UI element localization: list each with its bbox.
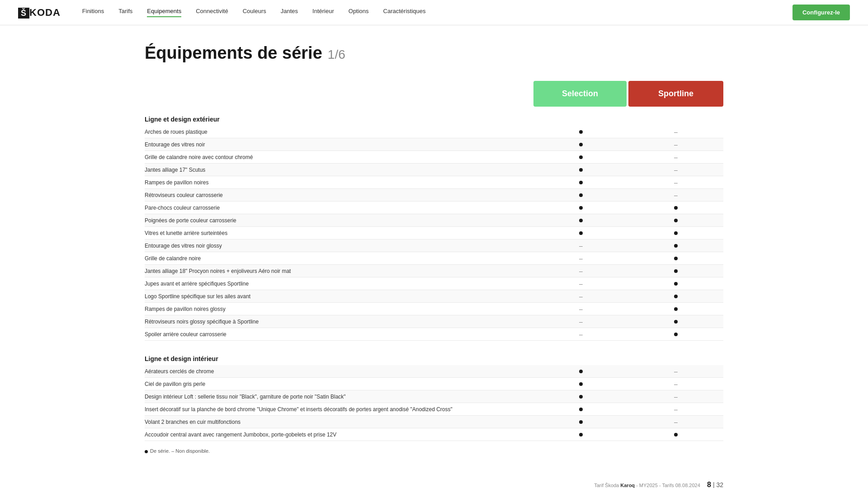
- dot-icon: [674, 244, 678, 248]
- sportline-cell: [628, 320, 723, 324]
- dot-icon: [579, 206, 583, 210]
- footer: Tarif Škoda Karoq - MY2025 - Tarifs 08.0…: [145, 481, 723, 488]
- table-row: Jantes alliage 18" Procyon noires + enjo…: [145, 265, 723, 277]
- equipment-table: Selection Sportline Ligne et design exté…: [145, 81, 723, 454]
- sportline-column-header: Sportline: [628, 81, 723, 107]
- sportline-cell: [628, 206, 723, 210]
- table-row: Grille de calandre noire avec contour ch…: [145, 151, 723, 164]
- dot-icon: [579, 193, 583, 197]
- sportline-cell: –: [628, 393, 723, 400]
- selection-cell: [533, 143, 628, 146]
- table-row: Ciel de pavillon gris perle –: [145, 378, 723, 390]
- dot-icon: [674, 433, 678, 436]
- sportline-cell: –: [628, 418, 723, 426]
- selection-cell: [533, 408, 628, 411]
- dot-icon: [674, 320, 678, 324]
- dot-icon: [674, 295, 678, 298]
- nav-options[interactable]: Options: [349, 8, 369, 17]
- sportline-cell: –: [628, 179, 723, 186]
- selection-cell: –: [533, 267, 628, 275]
- nav-tarifs[interactable]: Tarifs: [118, 8, 132, 17]
- sportline-cell: [628, 333, 723, 336]
- dot-icon: [579, 433, 583, 436]
- selection-column-header: Selection: [533, 81, 627, 107]
- table-row: Rétroviseurs couleur carrosserie –: [145, 189, 723, 202]
- selection-cell: –: [533, 280, 628, 287]
- table-row: Design intérieur Loft : sellerie tissu n…: [145, 390, 723, 403]
- dot-icon: [579, 370, 583, 373]
- sportline-cell: [628, 231, 723, 235]
- dot-icon: [674, 231, 678, 235]
- table-row: Jantes alliage 17" Scutus –: [145, 164, 723, 176]
- sportline-cell: –: [628, 406, 723, 413]
- selection-cell: –: [533, 305, 628, 313]
- table-row: Aérateurs cerclés de chrome –: [145, 365, 723, 378]
- selection-cell: [533, 231, 628, 235]
- legend-dot-icon: [145, 450, 148, 453]
- selection-cell: [533, 370, 628, 373]
- sportline-cell: –: [628, 192, 723, 199]
- table-row: Spoiler arrière couleur carrosserie –: [145, 328, 723, 341]
- table-row: Arches de roues plastique –: [145, 126, 723, 138]
- dot-icon: [674, 206, 678, 210]
- page-counter: 1/6: [328, 47, 345, 62]
- nav-caracteristiques[interactable]: Caractéristiques: [383, 8, 426, 17]
- dot-icon: [579, 155, 583, 159]
- selection-cell: –: [533, 293, 628, 300]
- dot-icon: [579, 395, 583, 399]
- table-row: Jupes avant et arrière spécifiques Sport…: [145, 277, 723, 290]
- dot-icon: [579, 231, 583, 235]
- configurez-button[interactable]: Configurez-le: [793, 5, 850, 20]
- sportline-cell: [628, 269, 723, 273]
- selection-cell: –: [533, 331, 628, 338]
- selection-cell: [533, 382, 628, 386]
- dot-icon: [579, 382, 583, 386]
- navigation: ŠKODA Finitions Tarifs Equipements Conne…: [0, 0, 868, 25]
- selection-cell: –: [533, 255, 628, 262]
- selection-cell: [533, 181, 628, 184]
- selection-cell: [533, 420, 628, 424]
- nav-links: Finitions Tarifs Equipements Connectivit…: [82, 8, 793, 17]
- legend-dot-label: De série.: [150, 448, 170, 454]
- sportline-cell: –: [628, 380, 723, 388]
- dot-icon: [579, 168, 583, 172]
- sportline-cell: [628, 307, 723, 311]
- table-row: Rampes de pavillon noires –: [145, 176, 723, 189]
- table-row: Volant 2 branches en cuir multifonctions…: [145, 416, 723, 428]
- dot-icon: [579, 130, 583, 134]
- dot-icon: [674, 269, 678, 273]
- nav-couleurs[interactable]: Couleurs: [243, 8, 266, 17]
- dot-icon: [579, 219, 583, 222]
- selection-cell: [533, 168, 628, 172]
- nav-finitions[interactable]: Finitions: [82, 8, 104, 17]
- page-number: 8 | 32: [707, 481, 723, 488]
- dot-icon: [579, 143, 583, 146]
- sportline-cell: –: [628, 154, 723, 161]
- section-exterior-header: Ligne et design extérieur: [145, 110, 723, 126]
- table-row: Entourage des vitres noir –: [145, 138, 723, 151]
- table-row: Insert décoratif sur la planche de bord …: [145, 403, 723, 416]
- page-title-text: Équipements de série: [145, 43, 322, 63]
- nav-jantes[interactable]: Jantes: [281, 8, 298, 17]
- dot-icon: [674, 333, 678, 336]
- selection-cell: [533, 395, 628, 399]
- table-row: Rampes de pavillon noires glossy –: [145, 303, 723, 315]
- legend-dash-label: – Non disponible.: [171, 448, 210, 454]
- selection-cell: –: [533, 242, 628, 249]
- brand-logo: ŠKODA: [18, 7, 61, 19]
- dot-icon: [674, 219, 678, 222]
- dot-icon: [674, 282, 678, 286]
- section-interior-header: Ligne et design intérieur: [145, 350, 723, 365]
- legend: De série. – Non disponible.: [145, 448, 723, 454]
- sportline-cell: –: [628, 141, 723, 148]
- table-row: Poignées de porte couleur carrosserie: [145, 214, 723, 227]
- sportline-cell: [628, 433, 723, 436]
- nav-interieur[interactable]: Intérieur: [312, 8, 334, 17]
- nav-equipements[interactable]: Equipements: [147, 8, 181, 17]
- table-row: Grille de calandre noire –: [145, 252, 723, 265]
- table-row: Logo Sportline spécifique sur les ailes …: [145, 290, 723, 303]
- page-title: Équipements de série 1/6: [145, 43, 723, 63]
- nav-connectivite[interactable]: Connectivité: [196, 8, 228, 17]
- sportline-cell: –: [628, 166, 723, 174]
- table-row: Pare-chocs couleur carrosserie: [145, 202, 723, 214]
